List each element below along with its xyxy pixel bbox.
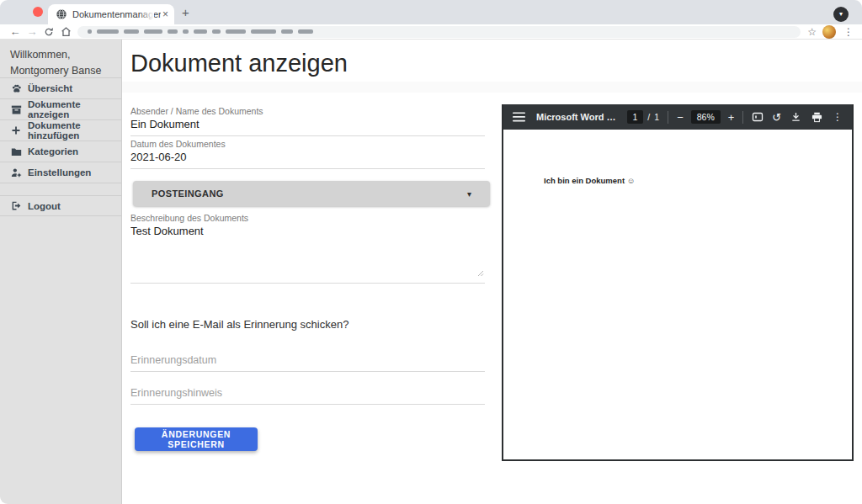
close-window-button[interactable] (33, 7, 43, 17)
welcome-line-1: Willkommen, (10, 47, 111, 63)
logout-icon (10, 200, 22, 212)
description-textarea[interactable]: Test Dokument (130, 225, 485, 284)
home-button[interactable] (57, 25, 74, 39)
browser-menu-icon[interactable]: ⋮ (842, 26, 855, 38)
field-underline (130, 135, 485, 136)
toolbar-divider (668, 111, 668, 124)
page-total: 1 (654, 112, 659, 122)
redacted-url-block (168, 29, 178, 34)
bookmark-star-icon[interactable]: ☆ (807, 26, 817, 38)
redacted-url-block (97, 29, 119, 34)
download-icon[interactable] (790, 112, 801, 123)
redacted-url-block (88, 29, 92, 34)
sidebar-spacer (0, 183, 121, 195)
category-select[interactable]: POSTEINGANG ▾ (133, 181, 490, 206)
date-field-label: Datum des Dokumentes (130, 139, 485, 149)
tab-title-fade (139, 8, 154, 22)
toolbar-divider (742, 111, 743, 124)
paw-icon (10, 82, 22, 94)
redacted-url-block (144, 29, 162, 34)
pdf-menu-icon[interactable] (513, 112, 525, 122)
sidebar-item-label: Kategorien (28, 146, 78, 157)
folder-icon (10, 146, 22, 157)
redacted-url-block (298, 29, 313, 34)
sidebar-item-dokumente-anzeigen[interactable]: Dokumente anzeigen (0, 98, 121, 119)
redacted-url-block (281, 29, 293, 34)
document-page[interactable]: Ich bin ein Dokument ☺ (503, 130, 852, 459)
back-button[interactable]: ← (7, 25, 24, 39)
browser-toolbar: ← → ☆ ⋮ (0, 24, 862, 40)
category-select-value: POSTEINGANG (152, 188, 467, 199)
page-title: Dokument anzeigen (130, 50, 348, 77)
description-field[interactable]: Beschreibung des Dokuments Test Dokument (130, 213, 485, 284)
zoom-level[interactable]: 86% (691, 110, 721, 124)
reminder-date-input[interactable] (130, 354, 485, 372)
pdf-toolbar-right: ⋮ (790, 111, 843, 123)
page-content: Willkommen, Montgomery Banse Übersicht D… (0, 40, 862, 504)
redacted-url-block (212, 29, 221, 34)
document-text: Ich bin ein Dokument ☺ (544, 176, 635, 185)
forward-arrow-icon: → (27, 26, 38, 37)
date-field[interactable]: Datum des Dokumentes 2021-06-20 (130, 139, 485, 169)
page-separator: / (647, 112, 650, 122)
pdf-document-title: Microsoft Word … (536, 112, 616, 122)
url-bar[interactable] (77, 26, 801, 38)
name-field[interactable]: Absender / Name des Dokuments Ein Dokume… (130, 106, 485, 136)
page-number-input[interactable]: 1 (627, 110, 644, 124)
zoom-out-button[interactable]: − (677, 112, 684, 123)
sidebar-item-dokumente-hinzufuegen[interactable]: Dokumente hinzufügen (0, 119, 121, 141)
field-underline (130, 168, 485, 169)
redacted-url-block (194, 29, 207, 34)
reminder-note-field[interactable] (130, 385, 485, 405)
forward-button[interactable]: → (24, 25, 40, 39)
reminder-note-input[interactable] (130, 387, 485, 405)
sidebar-item-label: Einstellungen (28, 167, 91, 178)
welcome-text: Willkommen, Montgomery Banse (0, 40, 121, 77)
redacted-url-block (124, 29, 139, 34)
print-icon[interactable] (811, 112, 822, 123)
reminder-question: Soll ich eine E-Mail als Erinnerung schi… (130, 318, 349, 331)
sidebar-item-label: Logout (28, 201, 61, 211)
sidebar-item-uebersicht[interactable]: Übersicht (0, 77, 121, 98)
caret-down-icon: ▾ (467, 189, 471, 199)
back-arrow-icon: ← (10, 26, 21, 37)
title-divider-strip (122, 82, 862, 93)
resize-handle-icon[interactable] (477, 265, 484, 280)
browser-window: Dokumentenmanagement Syst × + ▾ ← → (0, 0, 862, 504)
sidebar-item-einstellungen[interactable]: Einstellungen (0, 162, 121, 183)
tab-strip: Dokumentenmanagement Syst × + ▾ (0, 0, 862, 24)
name-field-value[interactable]: Ein Dokument (130, 118, 485, 130)
sidebar-item-logout[interactable]: Logout (0, 195, 121, 216)
description-field-label: Beschreibung des Dokuments (130, 213, 485, 223)
new-tab-button[interactable]: + (182, 5, 189, 19)
main-area: Dokument anzeigen Absender / Name des Do… (122, 40, 862, 504)
chevron-down-icon: ▾ (839, 11, 843, 18)
tab-search-button[interactable]: ▾ (833, 7, 849, 22)
pdf-viewer-embed: Microsoft Word … 1 / 1 − 86% + ↺ (502, 104, 854, 461)
save-button[interactable]: ÄNDERUNGEN SPEICHERN (135, 427, 258, 451)
pdf-more-menu-icon[interactable]: ⋮ (833, 111, 843, 123)
user-gear-icon (10, 167, 22, 178)
pdf-toolbar: Microsoft Word … 1 / 1 − 86% + ↺ (503, 104, 852, 130)
profile-avatar[interactable] (822, 25, 836, 39)
date-field-value[interactable]: 2021-06-20 (130, 151, 485, 163)
name-field-label: Absender / Name des Dokuments (130, 106, 485, 116)
reload-icon (44, 27, 54, 37)
plus-icon (10, 125, 22, 136)
sidebar-item-kategorien[interactable]: Kategorien (0, 141, 121, 162)
sidebar-item-label: Dokumente anzeigen (28, 99, 111, 119)
zoom-in-button[interactable]: + (728, 112, 735, 123)
toolbar-right-actions: ☆ ⋮ (807, 25, 855, 39)
reminder-date-field[interactable] (130, 352, 485, 372)
home-icon (61, 26, 72, 37)
reload-button[interactable] (40, 25, 57, 39)
tab-close-icon[interactable]: × (162, 9, 168, 19)
fit-page-icon[interactable] (752, 111, 764, 123)
rotate-icon[interactable]: ↺ (772, 112, 781, 123)
sidebar: Willkommen, Montgomery Banse Übersicht D… (0, 40, 122, 504)
redacted-url-block (251, 29, 276, 34)
sidebar-item-label: Dokumente hinzufügen (28, 120, 111, 141)
sidebar-item-label: Übersicht (28, 83, 72, 93)
browser-tab[interactable]: Dokumentenmanagement Syst × (48, 4, 174, 24)
archive-icon (10, 103, 22, 115)
